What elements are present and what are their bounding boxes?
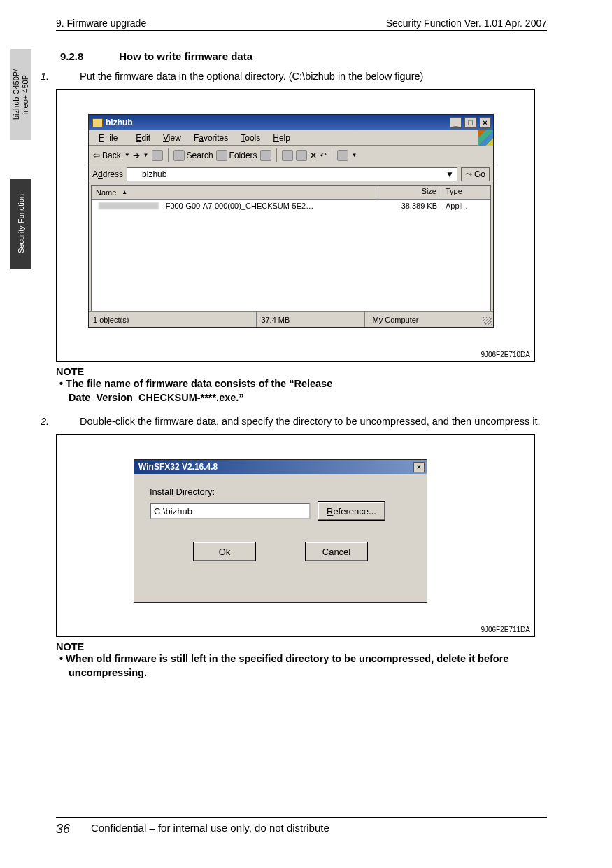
note-1-body: The file name of firmware data consists … bbox=[69, 377, 460, 405]
resize-grip-icon[interactable] bbox=[483, 317, 492, 326]
header-right: Security Function Ver. 1.01 Apr. 2007 bbox=[386, 18, 547, 29]
search-icon bbox=[173, 150, 185, 161]
page-footer: 36 Confidential – for internal use only,… bbox=[56, 822, 547, 836]
views-button[interactable]: ▼ bbox=[337, 150, 357, 161]
close-button[interactable]: × bbox=[413, 462, 425, 472]
undo-button[interactable]: ↶ bbox=[320, 150, 327, 160]
ok-button[interactable]: Ok bbox=[193, 542, 256, 561]
running-header: 9. Firmware upgrade Security Function Ve… bbox=[56, 18, 547, 31]
file-type: Appli… bbox=[441, 202, 490, 210]
toolbar-separator bbox=[276, 148, 277, 162]
search-button[interactable]: Search bbox=[173, 150, 213, 161]
menu-favorites[interactable]: Favorites bbox=[188, 132, 234, 144]
copy-to-button[interactable] bbox=[296, 150, 307, 161]
folders-button[interactable]: Folders bbox=[216, 150, 257, 161]
step-2-text: Double-click the firmware data, and spec… bbox=[80, 416, 540, 427]
windows-logo-icon bbox=[478, 130, 493, 146]
folders-icon bbox=[216, 150, 227, 161]
step-2: 2. Double-click the firmware data, and s… bbox=[77, 416, 547, 427]
menu-edit[interactable]: Edit bbox=[130, 132, 156, 144]
redacted-text bbox=[99, 202, 159, 209]
close-button[interactable]: × bbox=[479, 117, 491, 128]
side-tab-section: Security Function bbox=[10, 178, 31, 270]
menu-view[interactable]: View bbox=[157, 132, 187, 144]
menu-bar: File Edit View Favorites Tools Help bbox=[89, 130, 493, 146]
dialog-titlebar: WinSFX32 V2.16.4.8 × bbox=[134, 460, 427, 474]
address-value: bizhub bbox=[142, 169, 166, 179]
install-directory-input[interactable] bbox=[150, 503, 311, 519]
step-2-number: 2. bbox=[59, 416, 77, 427]
toolbar: ⇦ Back▼ ➔▼ Search Folders ✕ ↶ ▼ bbox=[89, 146, 493, 165]
status-bar: 1 object(s) 37.4 MB My Computer bbox=[89, 312, 493, 327]
address-label: Address bbox=[92, 169, 123, 179]
window-title: bizhub bbox=[106, 118, 447, 127]
confidential-notice: Confidential – for internal use only, do… bbox=[91, 822, 329, 834]
move-to-button[interactable] bbox=[282, 150, 293, 161]
column-name[interactable]: Name ▲ bbox=[92, 186, 378, 199]
step-1-number: 1. bbox=[59, 71, 77, 82]
views-icon bbox=[337, 150, 348, 161]
file-row[interactable]: -F000-G00-A7-000(00)_CHECKSUM-5E2… 38,38… bbox=[92, 200, 490, 212]
explorer-window: bizhub _ □ × File Edit View Favorites To… bbox=[88, 114, 494, 328]
address-field[interactable]: bizhub ▼ bbox=[127, 167, 457, 181]
folder-icon bbox=[92, 118, 103, 127]
toolbar-separator bbox=[168, 148, 169, 162]
section-heading: 9.2.8 How to write firmware data bbox=[60, 50, 547, 62]
figure-2: WinSFX32 V2.16.4.8 × Install Directory: … bbox=[56, 434, 535, 637]
figure-code: 9J06F2E710DA bbox=[481, 351, 530, 358]
footer-rule bbox=[56, 817, 547, 818]
install-directory-label: Install Directory: bbox=[150, 486, 411, 497]
figure-code: 9J06F2E711DA bbox=[481, 626, 530, 634]
winsfx-dialog: WinSFX32 V2.16.4.8 × Install Directory: … bbox=[134, 459, 427, 603]
window-titlebar: bizhub _ □ × bbox=[89, 115, 493, 130]
menu-file[interactable]: File bbox=[93, 132, 129, 144]
minimize-button[interactable]: _ bbox=[450, 117, 462, 128]
list-header: Name ▲ Size Type bbox=[92, 186, 490, 200]
figure-1: bizhub _ □ × File Edit View Favorites To… bbox=[56, 89, 535, 362]
maximize-button[interactable]: □ bbox=[464, 117, 476, 128]
back-button[interactable]: ⇦ Back▼ bbox=[93, 150, 130, 160]
file-name: -F000-G00-A7-000(00)_CHECKSUM-5E2… bbox=[163, 202, 313, 210]
delete-button[interactable]: ✕ bbox=[310, 150, 317, 160]
status-location: My Computer bbox=[365, 312, 493, 327]
address-bar: Address bizhub ▼ ⤳Go bbox=[89, 165, 493, 183]
status-size: 37.4 MB bbox=[257, 312, 365, 327]
note-2-body: When old firmware is still left in the s… bbox=[69, 652, 547, 680]
column-size[interactable]: Size bbox=[378, 186, 441, 199]
page-number: 36 bbox=[56, 822, 70, 836]
go-button[interactable]: ⤳Go bbox=[461, 167, 490, 181]
side-tab-model: bizhub C450P/ineo+ 450P bbox=[10, 49, 31, 140]
chevron-down-icon[interactable]: ▼ bbox=[446, 169, 454, 179]
file-size: 38,389 KB bbox=[378, 202, 441, 210]
step-1: 1. Put the firmware data in the optional… bbox=[77, 71, 547, 82]
dialog-title: WinSFX32 V2.16.4.8 bbox=[138, 462, 218, 472]
step-1-text: Put the firmware data in the optional di… bbox=[80, 71, 423, 82]
menu-tools[interactable]: Tools bbox=[235, 132, 266, 144]
column-type[interactable]: Type bbox=[441, 186, 490, 199]
note-1-heading: NOTE bbox=[56, 366, 547, 377]
folder-icon bbox=[130, 170, 139, 178]
up-button[interactable] bbox=[152, 150, 163, 161]
section-title: How to write firmware data bbox=[119, 50, 252, 62]
note-2-heading: NOTE bbox=[56, 641, 547, 652]
cancel-button[interactable]: Cancel bbox=[305, 542, 368, 561]
header-left: 9. Firmware upgrade bbox=[56, 18, 146, 29]
forward-button[interactable]: ➔▼ bbox=[133, 150, 149, 160]
menu-help[interactable]: Help bbox=[267, 132, 296, 144]
sort-arrow-icon: ▲ bbox=[122, 189, 127, 195]
history-button[interactable] bbox=[260, 150, 271, 161]
reference-button[interactable]: Reference... bbox=[318, 501, 385, 521]
file-list: Name ▲ Size Type -F000-G00-A7-000(00)_CH… bbox=[91, 185, 491, 312]
status-objects: 1 object(s) bbox=[89, 312, 257, 327]
toolbar-separator bbox=[332, 148, 332, 162]
section-number: 9.2.8 bbox=[60, 50, 116, 62]
